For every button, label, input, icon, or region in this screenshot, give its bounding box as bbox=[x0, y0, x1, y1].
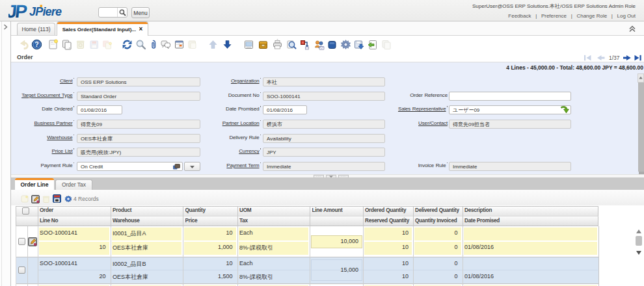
svg-text:?: ? bbox=[34, 40, 38, 48]
svg-text:1/37: 1/37 bbox=[609, 55, 620, 61]
